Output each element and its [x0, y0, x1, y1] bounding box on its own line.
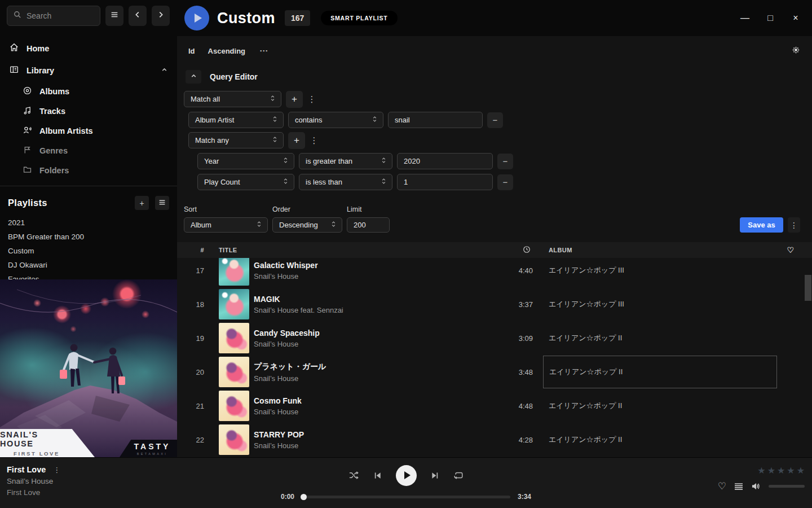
star-icon[interactable]: ★ — [787, 465, 795, 476]
playlist-list-button[interactable] — [155, 196, 169, 210]
rule-field-value: Album Artist — [195, 116, 234, 124]
table-row[interactable]: 22 STARRY POP Snail’s House 4:28 エイリアン☆ポ… — [177, 423, 804, 457]
star-icon[interactable]: ★ — [797, 465, 805, 476]
now-playing-title[interactable]: First Love — [7, 465, 46, 474]
rule-value-input-wrap — [397, 174, 493, 190]
rule-field-select[interactable]: Play Count — [197, 174, 294, 190]
now-playing-artist[interactable]: Snail’s House — [7, 477, 60, 485]
column-header-index[interactable]: # — [177, 247, 204, 253]
sidebar-item-album-artists[interactable]: Album Artists — [0, 121, 177, 141]
star-icon[interactable]: ★ — [757, 465, 765, 476]
playlist-item[interactable]: 2021 — [0, 216, 177, 230]
repeat-button[interactable] — [453, 471, 464, 480]
save-as-button[interactable]: Save as — [740, 217, 783, 233]
sidebar-item-genres[interactable]: Genres — [0, 141, 177, 160]
volume-slider[interactable] — [769, 485, 805, 488]
save-options-menu-button[interactable]: ⋮ — [788, 217, 800, 233]
rule-operator-select[interactable]: is greater than — [299, 153, 392, 169]
collapse-query-editor-button[interactable] — [186, 70, 201, 84]
track-album[interactable]: エイリアン☆ポップ II — [543, 423, 777, 456]
sort-direction-button[interactable]: Ascending — [208, 47, 245, 55]
rule-field-select[interactable]: Album Artist — [188, 112, 284, 128]
volume-icon[interactable] — [751, 482, 761, 491]
favorite-button[interactable]: ♡ — [718, 480, 726, 492]
group-menu-button[interactable]: ⋮ — [310, 135, 319, 146]
minimize-button[interactable]: — — [737, 10, 753, 26]
search-input[interactable] — [27, 11, 94, 20]
search-box[interactable] — [7, 6, 100, 26]
sort-select[interactable]: Album — [184, 217, 268, 233]
rule-group-menu-button[interactable]: ⋮ — [307, 94, 316, 104]
column-header-title[interactable]: TITLE — [219, 247, 482, 253]
track-album[interactable]: エイリアン☆ポップ III — [543, 288, 777, 321]
menu-button[interactable] — [105, 6, 123, 26]
chevron-up-icon[interactable] — [161, 66, 168, 75]
more-options-button[interactable]: ⋯ — [259, 46, 268, 56]
rule-value-input[interactable] — [404, 178, 487, 186]
table-row[interactable]: 17 Galactic Whisper Snail’s House 4:40 エ… — [177, 258, 804, 287]
playlists-header: Playlists + — [0, 186, 177, 216]
now-playing-menu-button[interactable]: ⋮ — [53, 466, 60, 474]
group-match-type-select[interactable]: Match any — [188, 132, 284, 148]
nav-back-button[interactable] — [129, 6, 147, 26]
track-artist: Snail’s House — [254, 340, 482, 348]
column-header-album[interactable]: ALBUM — [543, 247, 777, 253]
nav-forward-button[interactable] — [152, 6, 170, 26]
scrollbar-thumb[interactable] — [805, 275, 811, 301]
sidebar-item-tracks[interactable]: Tracks — [0, 101, 177, 121]
track-album[interactable]: エイリアン☆ポップ II — [543, 389, 777, 422]
sidebar-item-albums[interactable]: Albums — [0, 81, 177, 101]
gear-icon[interactable] — [792, 46, 800, 56]
seek-handle[interactable] — [301, 494, 307, 500]
track-album-focused-cell[interactable]: エイリアン☆ポップ II — [543, 356, 777, 388]
limit-input[interactable] — [354, 221, 384, 229]
remove-rule-button[interactable]: − — [497, 174, 513, 190]
rule-operator-select[interactable]: contains — [288, 112, 383, 128]
play-pause-button[interactable] — [396, 465, 417, 486]
maximize-button[interactable]: □ — [762, 10, 778, 26]
track-album[interactable]: エイリアン☆ポップ III — [543, 258, 777, 287]
column-header-duration[interactable] — [482, 246, 533, 255]
table-row[interactable]: 19 Candy Spaceship Snail’s House 3:09 エイ… — [177, 321, 804, 355]
play-playlist-button[interactable] — [184, 6, 209, 30]
sort-field-button[interactable]: Id — [188, 47, 195, 55]
star-icon[interactable]: ★ — [767, 465, 775, 476]
table-scrollbar[interactable] — [804, 258, 812, 461]
shuffle-button[interactable] — [348, 471, 359, 480]
track-album[interactable]: エイリアン☆ポップ II — [543, 322, 777, 354]
add-group-rule-button[interactable]: + — [288, 132, 305, 149]
close-button[interactable]: × — [788, 10, 804, 26]
order-select[interactable]: Descending — [272, 217, 342, 233]
table-row[interactable]: 20 プラネット・ガール Snail’s House 3:48 エイリアン☆ポッ… — [177, 355, 804, 389]
playlist-item[interactable]: BPM Greater than 200 — [0, 230, 177, 244]
rule-value-input[interactable] — [395, 116, 477, 124]
remove-rule-button[interactable]: − — [487, 112, 503, 128]
sidebar-item-library[interactable]: Library — [0, 59, 177, 81]
star-icon[interactable]: ★ — [777, 465, 785, 476]
flag-icon — [23, 145, 32, 156]
now-playing-album[interactable]: First Love — [7, 488, 60, 497]
column-header-favorite[interactable]: ♡ — [777, 246, 804, 255]
table-row[interactable]: 21 Cosmo Funk Snail’s House 4:48 エイリアン☆ポ… — [177, 389, 804, 423]
queue-button[interactable] — [734, 483, 743, 491]
track-duration: 4:48 — [482, 402, 533, 410]
track-artist: Snail’s House — [254, 408, 482, 416]
rule-value-input[interactable] — [404, 157, 487, 165]
previous-track-button[interactable] — [373, 471, 382, 480]
sidebar-item-home[interactable]: Home — [0, 37, 177, 59]
sidebar-item-folders[interactable]: Folders — [0, 160, 177, 180]
table-row[interactable]: 18 MAGIK Snail’s House feat. Sennzai 3:3… — [177, 287, 804, 321]
add-playlist-button[interactable]: + — [135, 196, 149, 210]
match-type-select[interactable]: Match all — [184, 91, 281, 107]
playlist-item[interactable]: Custom — [0, 244, 177, 258]
remove-rule-button[interactable]: − — [497, 154, 513, 169]
add-rule-button[interactable]: + — [286, 91, 303, 108]
rule-operator-select[interactable]: is less than — [299, 174, 392, 190]
rule-field-select[interactable]: Year — [197, 153, 294, 169]
seek-bar[interactable] — [302, 496, 510, 498]
playlist-item[interactable]: DJ Okawari — [0, 258, 177, 272]
now-playing-album-art[interactable]: SNAIL'S HOUSE FIRST LOVE TASTY BETAMAXI — [0, 279, 177, 457]
next-track-button[interactable] — [431, 471, 439, 480]
playlists-title: Playlists — [8, 198, 47, 208]
select-stepper-icon — [283, 177, 289, 187]
